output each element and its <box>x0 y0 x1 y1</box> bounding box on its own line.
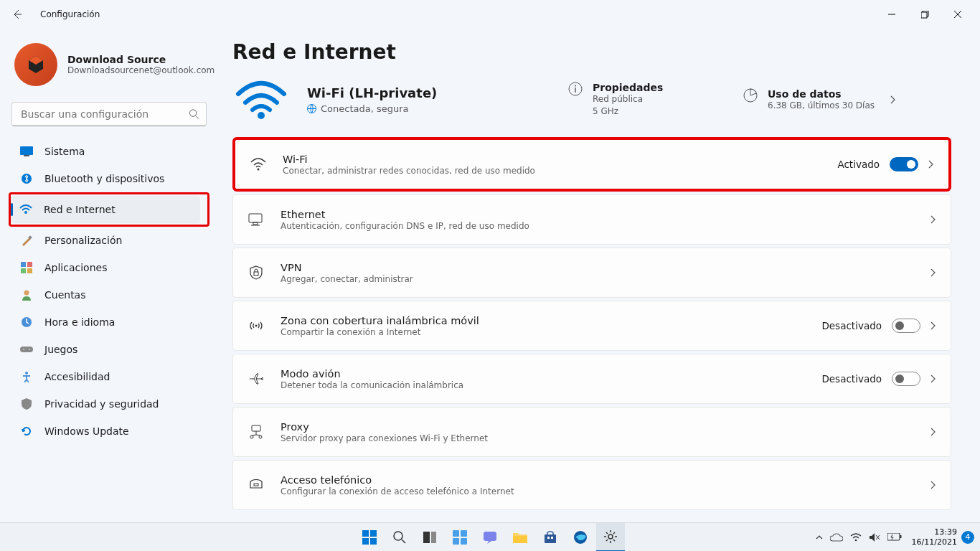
close-button[interactable] <box>941 3 974 26</box>
ethernet-title: Ethernet <box>281 209 930 220</box>
data-usage-link[interactable]: Uso de datos 6.38 GB, últimos 30 Días <box>743 88 896 112</box>
task-view-button[interactable] <box>415 523 444 552</box>
avatar <box>14 43 57 86</box>
airplane-toggle[interactable] <box>892 372 920 386</box>
minimize-button[interactable] <box>875 3 908 26</box>
sidebar-item-label: Hora e idioma <box>44 316 115 328</box>
svg-rect-40 <box>362 530 369 537</box>
wifi-toggle[interactable] <box>890 157 918 171</box>
widgets-button[interactable] <box>446 523 474 552</box>
window-title: Configuración <box>40 9 100 19</box>
sidebar-item-update[interactable]: Windows Update <box>11 418 208 445</box>
store-button[interactable] <box>536 523 565 552</box>
user-email: Downloadsourcenet@outlook.com <box>67 65 215 75</box>
sidebar-item-juegos[interactable]: Juegos <box>11 336 208 363</box>
properties-line1: Red pública <box>593 93 663 105</box>
properties-link[interactable]: Propiedades Red pública 5 GHz <box>568 82 726 118</box>
maximize-button[interactable] <box>908 3 941 26</box>
wifi-large-icon <box>232 80 290 120</box>
svg-rect-25 <box>575 88 575 93</box>
taskbar-clock[interactable]: 13:39 16/11/2021 <box>908 527 961 546</box>
properties-title: Propiedades <box>593 82 663 93</box>
globe-icon <box>307 104 316 113</box>
chat-button[interactable] <box>476 523 504 552</box>
svg-line-45 <box>402 540 405 543</box>
dialup-icon <box>248 479 265 491</box>
sidebar-item-personalizacion[interactable]: Personalización <box>11 227 208 254</box>
hotspot-desc: Compartir la conexión a Internet <box>281 327 821 337</box>
sidebar-item-sistema[interactable]: Sistema <box>11 138 208 165</box>
svg-rect-33 <box>252 425 260 431</box>
svg-point-20 <box>25 372 28 375</box>
svg-point-35 <box>250 435 253 438</box>
sidebar-item-accesibilidad[interactable]: Accesibilidad <box>11 363 208 390</box>
wifi-setting-row[interactable]: Wi-Fi Conectar, administrar redes conoci… <box>235 140 948 189</box>
highlight-annotation: Wi-Fi Conectar, administrar redes conoci… <box>232 137 951 192</box>
sidebar-item-bluetooth[interactable]: Bluetooth y dispositivos <box>11 165 208 192</box>
chevron-right-icon <box>930 375 936 383</box>
sidebar-item-label: Accesibilidad <box>44 371 110 382</box>
apps-icon <box>20 261 33 274</box>
hotspot-toggle[interactable] <box>892 319 920 333</box>
notification-badge[interactable]: 4 <box>961 531 974 544</box>
hotspot-icon <box>248 319 265 332</box>
vpn-setting-row[interactable]: VPN Agregar, conectar, administrar <box>233 248 951 297</box>
svg-line-38 <box>256 435 260 435</box>
ethernet-desc: Autenticación, configuración DNS e IP, r… <box>281 221 930 231</box>
proxy-title: Proxy <box>281 421 930 433</box>
svg-point-24 <box>575 85 576 87</box>
data-usage-sub: 6.38 GB, últimos 30 Días <box>768 100 875 112</box>
explorer-button[interactable] <box>506 523 534 552</box>
back-button[interactable] <box>6 3 29 26</box>
svg-rect-54 <box>545 534 556 543</box>
privacy-icon <box>20 397 33 410</box>
svg-rect-62 <box>887 533 900 540</box>
svg-line-37 <box>252 435 256 435</box>
dialup-title: Acceso telefónico <box>281 474 930 486</box>
time-language-icon <box>20 316 33 329</box>
hotspot-state-label: Desactivado <box>821 320 882 331</box>
proxy-desc: Servidor proxy para conexiones Wi-Fi y E… <box>281 433 930 443</box>
svg-point-27 <box>258 169 260 171</box>
airplane-desc: Detener toda la comunicación inalámbrica <box>281 380 821 390</box>
vpn-title: VPN <box>281 262 930 273</box>
svg-point-32 <box>255 325 258 327</box>
sidebar-item-privacidad[interactable]: Privacidad y seguridad <box>11 390 208 418</box>
svg-rect-49 <box>461 530 467 537</box>
dialup-setting-row[interactable]: Acceso telefónico Configurar la conexión… <box>233 461 951 509</box>
sidebar-item-cuentas[interactable]: Cuentas <box>11 281 208 309</box>
gaming-icon <box>20 343 33 356</box>
hotspot-title: Zona con cobertura inalámbrica móvil <box>281 315 821 326</box>
battery-tray-icon[interactable] <box>887 533 902 541</box>
accessibility-icon <box>20 370 33 383</box>
airplane-state-label: Desactivado <box>821 373 882 385</box>
tray-chevron-icon[interactable] <box>816 534 823 540</box>
user-card[interactable]: Download Source Downloadsourcenet@outloo… <box>11 40 215 99</box>
hotspot-setting-row[interactable]: Zona con cobertura inalámbrica móvil Com… <box>233 301 951 350</box>
info-icon <box>568 82 583 118</box>
onedrive-tray-icon[interactable] <box>830 533 843 542</box>
airplane-setting-row[interactable]: Modo avión Detener toda la comunicación … <box>233 354 951 403</box>
chevron-right-icon <box>930 215 936 224</box>
wifi-tray-icon[interactable] <box>850 533 862 542</box>
chevron-right-icon <box>890 95 896 104</box>
personalization-icon <box>20 234 33 247</box>
proxy-setting-row[interactable]: Proxy Servidor proxy para conexiones Wi-… <box>233 408 951 456</box>
vpn-desc: Agregar, conectar, administrar <box>281 274 930 284</box>
volume-tray-icon[interactable] <box>869 532 880 542</box>
svg-point-58 <box>608 534 613 539</box>
ethernet-setting-row[interactable]: Ethernet Autenticación, configuración DN… <box>233 195 951 244</box>
svg-rect-13 <box>21 268 26 273</box>
settings-taskbar-button[interactable] <box>596 523 625 552</box>
search-taskbar-button[interactable] <box>385 523 414 552</box>
svg-point-9 <box>24 211 27 214</box>
sidebar-item-aplicaciones[interactable]: Aplicaciones <box>11 254 208 281</box>
start-button[interactable] <box>355 523 384 552</box>
svg-point-19 <box>29 349 30 350</box>
svg-rect-50 <box>453 538 459 545</box>
sidebar-item-hora[interactable]: Hora e idioma <box>11 309 208 336</box>
search-input[interactable] <box>11 102 207 126</box>
sidebar-item-red[interactable]: Red e Internet <box>11 196 200 223</box>
edge-button[interactable] <box>566 523 595 552</box>
svg-line-5 <box>196 116 199 118</box>
